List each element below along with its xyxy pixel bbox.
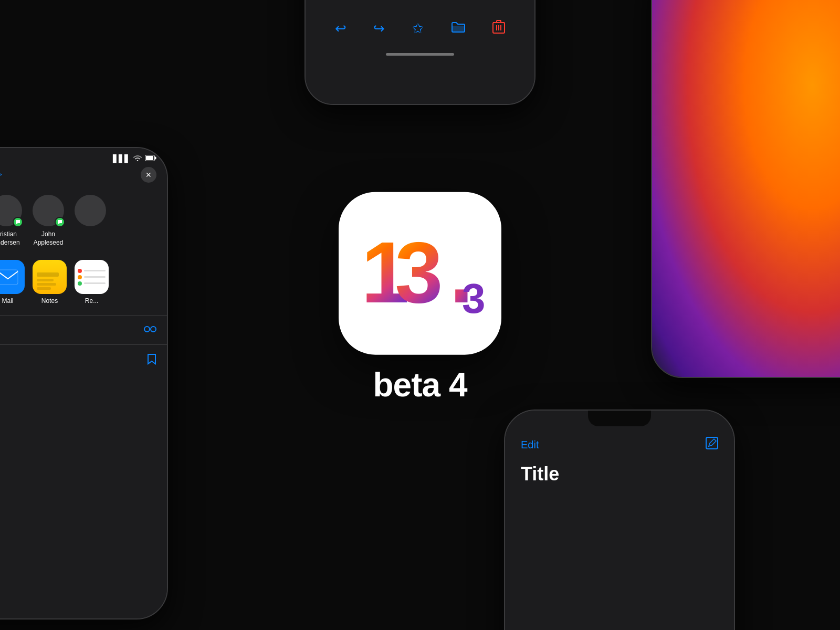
reminders-app-icon xyxy=(75,260,109,294)
wifi-icon xyxy=(133,154,142,163)
notch xyxy=(588,411,651,426)
close-icon: ✕ xyxy=(145,171,152,179)
reading-list-item[interactable]: Reading List xyxy=(0,315,167,344)
center-logo: 1 3 . 3 beta 4 xyxy=(339,192,501,404)
bookmark-icon xyxy=(147,353,156,368)
contact-avatar xyxy=(33,195,64,226)
bookmark-label: Bookmark xyxy=(0,355,139,366)
undo-icon[interactable]: ↩ xyxy=(335,20,346,37)
iphone-bottom: Edit Title xyxy=(504,410,735,630)
star-icon[interactable]: ✩ xyxy=(412,20,424,37)
contact-item[interactable]: JohnAppleseed xyxy=(33,195,64,247)
iphone-right xyxy=(651,0,840,378)
svg-text:3: 3 xyxy=(395,224,443,321)
notes-edit-button[interactable]: Edit xyxy=(521,439,539,451)
contact-name: KristianAndersen xyxy=(0,230,20,247)
messages-badge xyxy=(13,217,23,227)
folder-icon[interactable] xyxy=(451,20,466,37)
svg-rect-15 xyxy=(155,157,156,160)
iphone-top-center: ↩ ↪ ✩ xyxy=(304,0,536,105)
contact-name: JohnAppleseed xyxy=(34,230,64,247)
messages-badge xyxy=(55,217,65,227)
svg-rect-0 xyxy=(452,26,465,32)
svg-point-19 xyxy=(151,327,156,332)
svg-rect-16 xyxy=(0,270,18,285)
app-notes[interactable]: Notes xyxy=(33,260,67,304)
svg-point-18 xyxy=(144,327,150,332)
reminders-label: Re... xyxy=(85,297,98,304)
notes-app-icon xyxy=(33,260,67,294)
mail-icon xyxy=(0,260,25,294)
toolbar: ↩ ↪ ✩ xyxy=(306,9,534,48)
mail-label: Mail xyxy=(2,297,13,304)
bookmark-item[interactable]: Bookmark xyxy=(0,344,167,376)
svg-rect-20 xyxy=(706,437,718,449)
battery-icon xyxy=(145,154,156,163)
redo-icon[interactable]: ↪ xyxy=(373,20,385,37)
svg-text:3: 3 xyxy=(462,275,486,322)
apps-row: Messages Mail xyxy=(0,255,167,310)
contact-item[interactable] xyxy=(75,195,106,247)
app-reminders[interactable]: Re... xyxy=(75,260,109,304)
trash-icon[interactable] xyxy=(492,20,505,37)
status-bar: ▋▋▋ xyxy=(0,148,167,163)
contact-item[interactable]: KristianAndersen xyxy=(0,195,22,247)
wallpaper xyxy=(652,0,840,377)
notes-header: Edit xyxy=(505,426,734,458)
reading-list-label: Reading List xyxy=(0,325,136,335)
svg-rect-14 xyxy=(146,156,153,160)
notes-compose-icon[interactable] xyxy=(706,437,718,453)
notes-title: Title xyxy=(505,458,734,490)
share-options-link[interactable]: Options > xyxy=(0,170,2,180)
ios-icon: 1 3 . 3 xyxy=(339,192,501,355)
share-header: title Options > ✕ xyxy=(0,163,167,187)
share-close-button[interactable]: ✕ xyxy=(141,167,156,183)
reading-list-icon xyxy=(144,324,156,336)
notes-label: Notes xyxy=(41,297,58,304)
home-indicator xyxy=(386,53,454,56)
beta-label: beta 4 xyxy=(373,365,467,404)
signal-icon: ▋▋▋ xyxy=(113,154,130,163)
contact-avatar xyxy=(75,195,106,226)
contacts-row: EmilBaehr KristianAndersen xyxy=(0,187,167,255)
iphone-left: ▋▋▋ title Options > ✕ xyxy=(0,147,168,620)
app-mail[interactable]: Mail xyxy=(0,260,25,304)
contact-avatar xyxy=(0,195,22,226)
